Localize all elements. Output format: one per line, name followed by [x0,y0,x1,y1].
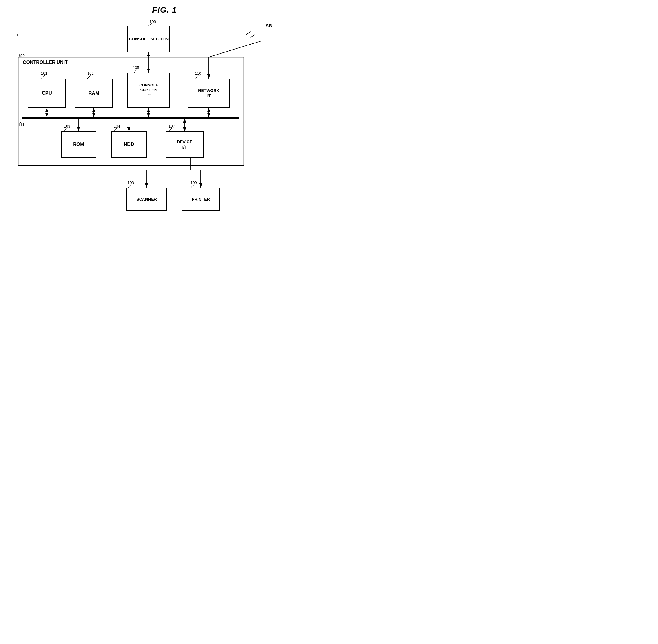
diagram-container: FIG. 1 1 LAN CONTROLLER UNIT 100 [0,0,329,322]
svg-line-18 [246,32,251,34]
svg-text:102: 102 [87,71,94,76]
device-if-box: DEVICEI/F [166,131,204,158]
svg-text:104: 104 [114,124,120,129]
printer-box: PRINTER [182,188,220,211]
ram-box: RAM [75,78,113,108]
svg-text:107: 107 [168,124,175,129]
svg-text:111: 111 [18,122,25,127]
svg-text:108: 108 [127,181,134,185]
svg-text:106: 106 [149,19,156,24]
svg-text:CONTROLLER UNIT: CONTROLLER UNIT [23,60,68,65]
svg-text:109: 109 [190,181,197,185]
svg-text:105: 105 [133,65,139,70]
figure-title: FIG. 1 [152,5,177,15]
svg-line-19 [251,34,255,38]
svg-text:100: 100 [18,53,25,58]
svg-rect-7 [22,117,239,119]
svg-text:103: 103 [64,124,70,129]
system-ref-label: 1 [17,33,19,37]
svg-text:101: 101 [41,71,47,76]
svg-text:110: 110 [195,71,202,76]
console-section-if-box: CONSOLESECTIONI/F [127,73,170,108]
network-if-box: NETWORKI/F [188,78,230,108]
rom-box: ROM [61,131,96,158]
cpu-box: CPU [28,78,66,108]
hdd-box: HDD [111,131,146,158]
console-section-box: CONSOLE SECTION [127,26,170,52]
scanner-box: SCANNER [126,188,167,211]
lan-label: LAN [262,23,273,29]
